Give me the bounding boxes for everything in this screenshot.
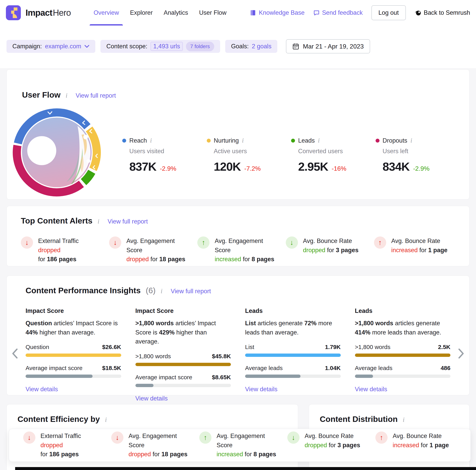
- campaign-label: Campaign:: [12, 43, 42, 50]
- alert-item[interactable]: ↓ External Traffic dropped for 186 pages: [21, 236, 102, 264]
- info-icon[interactable]: i: [66, 92, 68, 99]
- info-icon[interactable]: i: [161, 288, 163, 295]
- average-bar: [245, 374, 301, 378]
- metric-bar: [26, 354, 121, 357]
- nav-tab[interactable]: User Flow: [194, 0, 232, 26]
- send-feedback-link[interactable]: Send feedback: [313, 9, 363, 16]
- campaign-value: example.com: [45, 43, 81, 50]
- folders-badge[interactable]: 7 folders: [186, 42, 214, 51]
- alert-text: External Traffic dropped for 186 pages: [40, 432, 104, 459]
- metric-sublabel: Users visited: [129, 148, 207, 155]
- alert-item[interactable]: ↓ Avg. Bounce Rate dropped for 3 pages: [287, 432, 368, 459]
- info-icon[interactable]: i: [403, 416, 405, 423]
- bar-label: Average leads: [355, 365, 392, 372]
- date-range-picker[interactable]: Mar 21 - Apr 19, 2023: [286, 39, 370, 53]
- alert-text: External Traffic dropped for 186 pages: [38, 236, 102, 264]
- metric-bar-track: [26, 354, 121, 357]
- metric-bar: [136, 363, 231, 366]
- alert-text: Avg. Bounce Rate increased for 1 page: [393, 432, 449, 450]
- metric-delta: -16%: [332, 165, 346, 172]
- view-full-report-link[interactable]: View full report: [171, 288, 211, 295]
- bar-label: Average impact score: [26, 365, 83, 372]
- insight-description: List articles generate 72% more leads th…: [245, 319, 341, 337]
- info-icon[interactable]: i: [318, 137, 320, 144]
- bar-label: >1,800 words: [355, 344, 391, 350]
- alert-item[interactable]: ↓ Avg. Engagement Score dropped for 18 p…: [109, 236, 190, 264]
- alert-item[interactable]: ↑ Avg. Bounce Rate increased for 1 page: [374, 236, 455, 264]
- carousel-next-button[interactable]: [458, 348, 464, 359]
- semrush-icon: [414, 9, 421, 16]
- flow-metric: Reach i Users visited 837K -2.9%: [122, 137, 207, 173]
- filter-bar: Campaign: example.com Content scope: 1,4…: [6, 39, 470, 53]
- alert-item[interactable]: ↓ Avg. Engagement Score dropped for 18 p…: [111, 432, 192, 459]
- header-actions: Knowledge Base Send feedback Log out Bac…: [250, 5, 470, 20]
- insights-title: Content Performance Insights: [26, 286, 140, 295]
- info-icon[interactable]: i: [105, 416, 107, 423]
- alert-item[interactable]: ↑ Avg. Engagement Score increased for 8 …: [199, 432, 280, 459]
- legend-dot: [375, 139, 379, 143]
- insight-description: >1,800 words articles’ Impact Score is 4…: [136, 319, 231, 346]
- metric-bar-track: [136, 363, 231, 366]
- trend-arrow-icon: ↓: [23, 432, 35, 444]
- view-details-link[interactable]: View details: [136, 395, 168, 402]
- view-full-report-link[interactable]: View full report: [108, 218, 148, 225]
- metric-bar: [355, 354, 451, 357]
- urls-count-chip[interactable]: 1,493 urls: [151, 42, 183, 51]
- nav-tab[interactable]: Explorer: [124, 0, 158, 26]
- alert-text: Avg. Engagement Score increased for 8 pa…: [217, 432, 280, 459]
- metric-name: Reach: [129, 137, 147, 144]
- book-icon: [250, 10, 256, 16]
- log-out-button[interactable]: Log out: [372, 5, 406, 20]
- goals-value: 2 goals: [252, 43, 272, 50]
- view-details-link[interactable]: View details: [355, 386, 387, 393]
- trend-arrow-icon: ↓: [287, 432, 300, 444]
- nav-tab[interactable]: Analytics: [158, 0, 194, 26]
- trend-arrow-icon: ↑: [375, 432, 388, 444]
- bar-value: $8.65K: [212, 374, 231, 381]
- bottom-edge-bar: [15, 467, 476, 470]
- flow-metric: Nurturing i Active users 120K -7.2%: [207, 137, 291, 173]
- chevron-down-icon: [84, 45, 89, 48]
- goals-selector[interactable]: Goals: 2 goals: [225, 40, 277, 53]
- alert-text: Avg. Engagement Score increased for 8 pa…: [215, 236, 278, 264]
- alerts-row: ↓ External Traffic dropped for 186 pages…: [23, 432, 456, 459]
- campaign-selector[interactable]: Campaign: example.com: [6, 40, 95, 53]
- carousel-prev-button[interactable]: [12, 348, 18, 359]
- info-icon[interactable]: i: [410, 137, 412, 144]
- legend-dot: [122, 139, 126, 143]
- legend-dot: [207, 139, 211, 143]
- metric-value: 2.95K: [298, 160, 328, 173]
- content-scope-selector[interactable]: Content scope: 1,493 urls 7 folders: [101, 40, 220, 53]
- metric-delta: -2.9%: [413, 165, 430, 172]
- feedback-bubble-icon: [313, 10, 320, 16]
- legend-dot: [291, 139, 295, 143]
- view-full-report-link[interactable]: View full report: [76, 92, 116, 99]
- user-flow-diagram[interactable]: [13, 108, 101, 197]
- alert-item[interactable]: ↑ Avg. Bounce Rate increased for 1 page: [375, 432, 456, 459]
- average-bar-track: [26, 374, 121, 378]
- brand-name: ImpactHero: [26, 8, 71, 18]
- info-icon[interactable]: i: [150, 137, 152, 144]
- metric-bar-track: [355, 354, 451, 357]
- alert-item[interactable]: ↓ Avg. Bounce Rate dropped for 3 pages: [286, 236, 367, 264]
- alerts-title: Top Content Alerts: [21, 216, 92, 226]
- metric-name: Dropouts: [383, 137, 408, 144]
- info-icon[interactable]: i: [242, 137, 244, 144]
- average-bar-track: [245, 374, 341, 378]
- alert-item[interactable]: ↑ Avg. Engagement Score increased for 8 …: [197, 236, 278, 264]
- metric-sublabel: Converted users: [298, 148, 375, 155]
- flow-metrics: Reach i Users visited 837K -2.9% Nurturi…: [122, 137, 460, 173]
- knowledge-base-link[interactable]: Knowledge Base: [250, 9, 305, 16]
- view-details-link[interactable]: View details: [245, 386, 277, 393]
- view-details-link[interactable]: View details: [26, 386, 58, 393]
- insight-description: Question articles’ Impact Score is 44% h…: [26, 319, 121, 337]
- trend-arrow-icon: ↑: [197, 236, 209, 249]
- insight-metric-title: Impact Score: [26, 307, 121, 314]
- average-bar: [136, 384, 153, 387]
- info-icon[interactable]: i: [98, 218, 99, 225]
- back-to-semrush-link[interactable]: Back to Semrush: [414, 9, 470, 16]
- alert-item[interactable]: ↓ External Traffic dropped for 186 pages: [23, 432, 104, 459]
- metric-value: 837K: [129, 160, 156, 173]
- impacthero-logo-icon[interactable]: [6, 5, 21, 20]
- nav-tab[interactable]: Overview: [88, 0, 124, 26]
